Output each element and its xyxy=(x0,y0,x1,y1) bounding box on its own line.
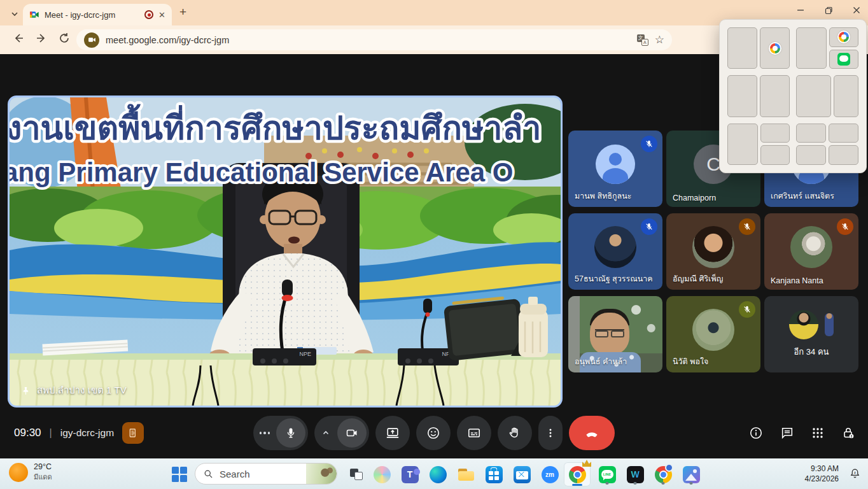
running-indicator xyxy=(690,482,693,485)
more-participants-avatars xyxy=(789,310,834,339)
participant-tile-live-video[interactable]: อนุพนธ์ คำหล้า xyxy=(568,296,662,372)
do-not-disturb-bell-icon[interactable]: z xyxy=(850,468,860,479)
participant-name: เกศรินทร์ แสนจิตร xyxy=(771,190,834,202)
tab-list-chevron-icon[interactable] xyxy=(6,6,23,22)
participant-tile[interactable]: นิวัติ พอใจ xyxy=(666,296,760,372)
chrome-icon xyxy=(655,466,672,483)
taskbar-app-chrome-active[interactable] xyxy=(564,462,591,486)
mic-options-icon[interactable] xyxy=(253,432,276,434)
chat-button[interactable] xyxy=(780,426,794,440)
microphone-button[interactable] xyxy=(253,416,308,450)
line-icon: LINE xyxy=(599,466,616,483)
present-screen-button[interactable] xyxy=(375,416,410,450)
mic-muted-badge-icon xyxy=(837,218,853,235)
window-restore-button[interactable] xyxy=(823,5,834,15)
participant-tile[interactable]: มานพ สิทธิกูลนะ xyxy=(568,131,662,207)
back-button[interactable] xyxy=(13,32,24,44)
task-view-icon xyxy=(350,469,363,480)
taskbar-app-line[interactable]: LINE xyxy=(594,464,620,485)
tab-title: Meet - igy-dcrc-jgm xyxy=(45,10,139,20)
participant-tile[interactable]: 57ธนาณัฐ สุวรรณนาค xyxy=(568,213,662,290)
tab-close-icon[interactable]: ✕ xyxy=(158,10,165,20)
forward-button[interactable] xyxy=(36,32,47,44)
profile-badge-icon xyxy=(665,464,673,472)
sun-icon xyxy=(9,463,28,482)
mic-muted-badge-icon xyxy=(739,218,755,235)
taskbar-app-webex[interactable]: W xyxy=(622,464,648,485)
participant-name: มานพ สิทธิกูลนะ xyxy=(575,190,632,202)
taskbar-app-mail[interactable] xyxy=(509,464,535,485)
start-button[interactable] xyxy=(167,464,192,485)
camera-options-chevron-icon[interactable] xyxy=(314,429,337,437)
chrome-icon xyxy=(569,466,586,483)
snap-option-two-columns[interactable] xyxy=(727,75,790,117)
taskbar-app-edge[interactable] xyxy=(425,464,451,485)
snap-option-wide-left[interactable] xyxy=(796,75,858,117)
window-close-button[interactable] xyxy=(851,5,862,15)
raise-hand-button[interactable] xyxy=(498,416,532,450)
translate-icon[interactable]: 文A xyxy=(637,34,648,46)
participant-tile[interactable]: อัญมณี ศิริเพ็ญ xyxy=(666,213,760,290)
camera-button[interactable] xyxy=(314,416,369,450)
taskbar-app-copilot[interactable] xyxy=(369,464,395,485)
pin-icon xyxy=(21,386,31,395)
weather-widget[interactable]: 29°C มีแดด xyxy=(9,462,52,483)
webex-icon: W xyxy=(627,466,644,483)
taskbar: 29°C มีแดด Search T zm xyxy=(0,458,868,489)
activities-button[interactable] xyxy=(811,427,824,439)
snap-option-two-columns-suggested[interactable] xyxy=(727,27,790,69)
new-tab-button[interactable]: + xyxy=(179,5,186,19)
reload-button[interactable] xyxy=(59,32,70,44)
search-label: Search xyxy=(220,469,300,479)
google-g-icon xyxy=(837,31,850,43)
captions-button[interactable] xyxy=(457,416,491,450)
meeting-details-button[interactable] xyxy=(749,426,763,440)
photos-icon xyxy=(683,466,700,483)
participant-name: Kanjana Nanta xyxy=(771,276,823,285)
recording-indicator-icon xyxy=(144,10,153,19)
taskbar-search[interactable]: Search xyxy=(195,463,337,485)
snap-option-left-plus-stack[interactable] xyxy=(727,124,790,165)
mic-icon[interactable] xyxy=(276,418,305,448)
more-participants-tile[interactable]: อีก 34 คน xyxy=(764,296,858,372)
search-highlight-image[interactable] xyxy=(306,463,337,485)
more-options-button[interactable] xyxy=(538,416,563,450)
taskbar-clock[interactable]: 9:30 AM 4/23/2026 xyxy=(805,464,839,484)
taskbar-app-file-explorer[interactable] xyxy=(453,464,479,485)
photo-avatar xyxy=(692,226,734,268)
meet-favicon-icon xyxy=(29,10,39,20)
running-indicator xyxy=(634,482,637,485)
main-video-tile[interactable]: NPE NPE งานเขตพื้นที่กา xyxy=(8,96,563,408)
meeting-room-door-icon xyxy=(122,422,144,444)
taskbar-app-teams[interactable]: T xyxy=(397,464,423,485)
reactions-button[interactable] xyxy=(416,416,451,450)
participant-tile[interactable]: Kanjana Nanta xyxy=(764,213,858,290)
camera-icon[interactable] xyxy=(337,418,367,448)
snap-option-column-split-suggested[interactable] xyxy=(796,27,858,69)
mic-muted-badge-icon xyxy=(641,218,657,235)
svg-text:NPE: NPE xyxy=(299,351,311,357)
taskbar-app-photos[interactable] xyxy=(678,464,704,485)
mic-muted-badge-icon xyxy=(739,301,755,318)
participant-name: 57ธนาณัฐ สุวรรณนาค xyxy=(575,273,653,285)
taskbar-app-store[interactable] xyxy=(481,464,507,485)
host-controls-button[interactable] xyxy=(841,426,855,440)
snap-option-quad[interactable] xyxy=(796,124,858,165)
participant-name: Chamaiporn xyxy=(673,194,716,202)
meet-control-bar: 09:30 | igy-dcrc-jgm xyxy=(0,413,868,453)
meeting-clock: 09:30 xyxy=(14,427,41,439)
task-view-button[interactable] xyxy=(344,464,369,485)
browser-tab[interactable]: Meet - igy-dcrc-jgm ✕ xyxy=(23,4,172,25)
camera-permission-icon[interactable] xyxy=(84,32,99,48)
more-participants-label: อีก 34 คน xyxy=(794,345,829,358)
svg-text:ang Primary Educational Servic: ang Primary Educational Service Area O xyxy=(10,157,513,187)
svg-text:z: z xyxy=(854,471,856,474)
line-icon xyxy=(837,53,850,66)
taskbar-app-chrome-profile[interactable] xyxy=(650,464,676,485)
participant-name: นิวัติ พอใจ xyxy=(673,355,708,368)
address-bar[interactable]: meet.google.com/igy-dcrc-jgm 文A ☆ xyxy=(76,29,672,50)
bookmark-star-icon[interactable]: ☆ xyxy=(655,33,664,46)
taskbar-app-zoom[interactable]: zm xyxy=(537,464,563,485)
window-minimize-button[interactable] xyxy=(795,5,806,15)
end-call-button[interactable] xyxy=(569,416,615,450)
